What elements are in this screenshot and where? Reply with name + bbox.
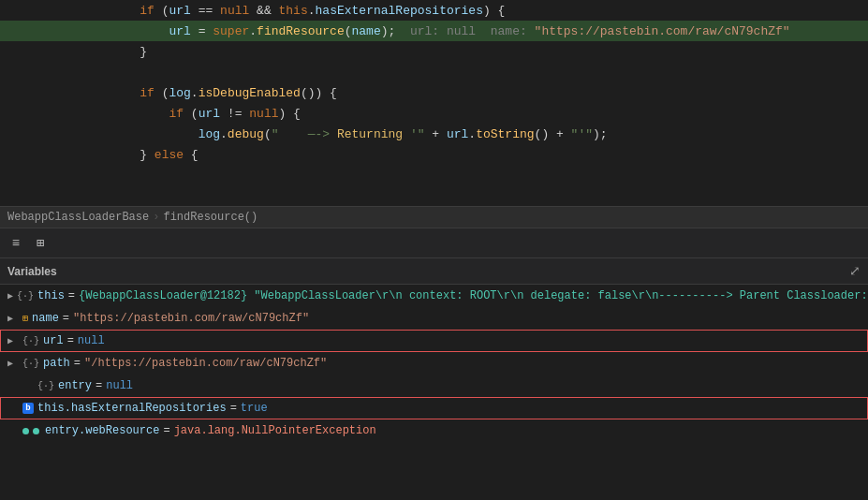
- expand-icon[interactable]: ⤢: [849, 263, 861, 279]
- code-editor: if (url == null && this.hasExternalRepos…: [0, 0, 868, 206]
- breadcrumb-class: WebappClassLoaderBase: [7, 211, 149, 224]
- dots-icon: [22, 428, 41, 434]
- panel-title: Variables: [7, 265, 57, 278]
- breadcrumb-method: findResource(): [163, 211, 257, 224]
- obj-icon: {·}: [17, 291, 34, 301]
- grid-icon[interactable]: ⊞: [32, 235, 49, 252]
- expand-arrow: ▶: [7, 313, 19, 324]
- obj-icon: {·}: [22, 359, 39, 369]
- breadcrumb: WebappClassLoaderBase › findResource(): [0, 206, 868, 228]
- list-icon[interactable]: ≡: [7, 235, 24, 252]
- debug-toolbar: ≡ ⊞: [0, 228, 868, 258]
- var-row-url[interactable]: ▶ {·} url = null: [0, 330, 868, 352]
- panel-header: Variables ⤢: [0, 258, 868, 285]
- var-row-entry[interactable]: ▶ {·} entry = null: [0, 375, 868, 397]
- bool-icon: b: [22, 403, 34, 414]
- var-row-webResource[interactable]: ▶ entry.webResource = java.lang.NullPoin…: [0, 419, 868, 442]
- var-row-path[interactable]: ▶ {·} path = "/https://pastebin.com/raw/…: [0, 352, 868, 375]
- obj-icon: {·}: [37, 381, 54, 391]
- expand-arrow: ▶: [7, 358, 19, 369]
- code-line-3: }: [0, 41, 868, 62]
- code-line-8: } else {: [0, 144, 868, 165]
- var-row-name[interactable]: ▶ ⊞ name = "https://pastebin.com/raw/cN7…: [0, 307, 868, 330]
- variables-panel: Variables ⤢ ▶ {·} this = {WebappClassLoa…: [0, 258, 868, 442]
- obj-icon: {·}: [22, 336, 39, 346]
- var-row-hasExternalRepositories[interactable]: ▶ b this.hasExternalRepositories = true: [0, 397, 868, 419]
- expand-arrow: ▶: [7, 335, 19, 346]
- var-row-this[interactable]: ▶ {·} this = {WebappClassLoader@12182} "…: [0, 285, 868, 307]
- stack-icon: ⊞: [22, 313, 28, 324]
- breadcrumb-separator: ›: [153, 211, 159, 224]
- expand-arrow: ▶: [7, 290, 13, 301]
